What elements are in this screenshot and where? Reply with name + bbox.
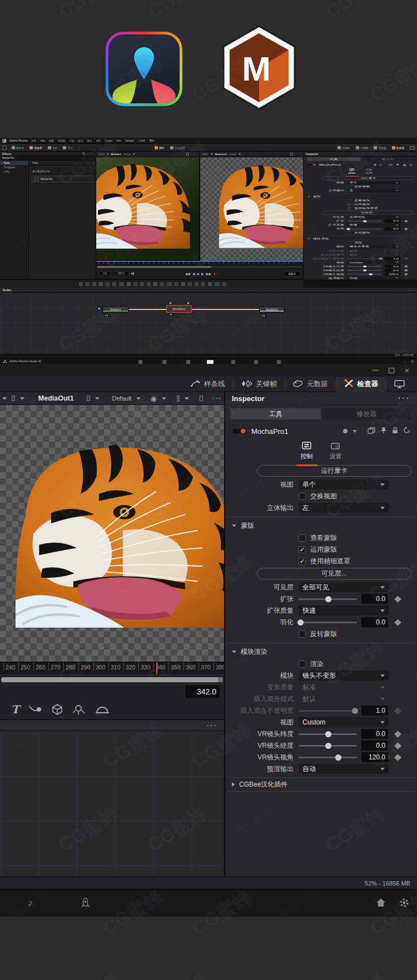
mini-tool-icon[interactable] [92,282,96,286]
mini-effects-search-input[interactable]: Mocha Pro [0,156,96,161]
step-back-button[interactable]: ◀ [192,272,195,276]
stop-button[interactable]: ■ [197,272,200,276]
dropdown-视图[interactable]: Custom [347,261,400,264]
mini-time-ruler[interactable] [96,261,303,266]
dropdown-预渲输出[interactable]: 自动 [347,276,400,279]
button-运行摩卡[interactable]: 运行摩卡 [322,176,414,180]
mini-right-menu[interactable]: ··· [295,153,301,156]
shape3d-tool-icon[interactable] [51,703,64,716]
slider-VR镜头经度[interactable] [299,745,357,747]
value-box[interactable]: 0.0 [385,268,401,272]
mini-toolbar-button[interactable]: 测试 [152,146,167,149]
tab-工具[interactable]: 工具 [231,408,321,419]
timeline-scrollbar[interactable] [1,677,223,682]
mini-tool-icon[interactable] [222,282,226,286]
section-蒙版[interactable]: 蒙版 [227,517,415,531]
checkbox-查看蒙版[interactable] [347,199,351,202]
node-enable-toggle[interactable] [307,164,316,166]
mini-tool-icon[interactable] [181,282,185,286]
mini-page-icon[interactable] [254,360,258,364]
keyframe-diamond-icon[interactable] [404,273,409,275]
slider-thumb[interactable] [379,257,383,259]
mini-page-icon[interactable] [277,360,281,364]
dome-tool-icon[interactable] [95,704,110,715]
mini-node-graph[interactable]: MediaIn1MochaPro1MediaOut1 [0,293,417,354]
mini-tool-icon[interactable] [195,282,198,286]
expand-viewer-icon[interactable] [200,396,203,401]
section-模块渲染[interactable]: 模块渲染 [227,643,415,657]
mini-effects-category[interactable]: 摩卡跟踪Mocha [29,169,96,174]
keyframe-diamond-icon[interactable] [404,269,409,271]
reset-icon[interactable] [409,163,414,166]
mini-range-start[interactable]: 0.0 [99,271,111,276]
mini-tool-icon[interactable] [167,282,172,286]
toolbar-button-2[interactable]: 元数据 [285,377,336,392]
keyframe-diamond-icon[interactable] [404,228,409,230]
keyframe-diamond-icon[interactable] [394,742,401,749]
nodes-menu[interactable]: ··· [207,721,217,729]
node-enable-toggle[interactable] [232,428,246,434]
mini-current-frame[interactable]: 342.0 [284,271,300,277]
subtab-控制[interactable]: 控制 [348,168,355,176]
mini-toolbar-button[interactable]: 关键帧 [353,146,371,149]
chevron-down-icon[interactable] [379,164,382,166]
toolbar-button-0[interactable]: 样条线 [183,377,233,392]
copy-icon[interactable] [368,426,375,436]
mini-menu-item[interactable]: Fusion [105,139,112,142]
dropdown-扩张质量[interactable]: 快速 [347,223,400,227]
mini-fusion-toolbar[interactable] [0,279,303,288]
keyframe-diamond-icon[interactable] [394,754,401,761]
mini-page-icon[interactable] [231,360,235,364]
mini-toolbar-button[interactable]: 节点 [60,146,76,149]
maximize-button[interactable] [389,368,394,373]
mini-toolbar-button[interactable]: 片段 [45,146,61,149]
chevron-down-icon[interactable] [353,430,357,433]
slider-扩张[interactable] [347,221,381,221]
mini-left-expand-icon[interactable] [186,153,189,156]
slider-thumb[interactable] [325,731,331,737]
slider-thumb[interactable] [325,596,331,602]
light-tool-icon[interactable] [73,703,86,716]
subtab-设置[interactable]: 设置 [365,168,373,176]
deliver-page-icon[interactable] [80,898,91,908]
dropdown-变形质量[interactable]: 标准 [299,682,389,692]
mini-right-expand-icon[interactable] [290,153,293,156]
mini-toolbar-button[interactable]: 媒体池 [9,146,27,149]
mini-left-menu[interactable]: ··· [191,153,197,156]
mini-tool-icon[interactable] [215,282,220,286]
mini-tool-icon[interactable] [79,282,83,286]
dropdown-插入混合模式[interactable]: 默认 [299,694,389,704]
mini-settings-icon[interactable] [410,359,414,363]
dropdown-可见层[interactable]: 全部可见 [299,582,389,592]
slider-VR镜头纬度[interactable] [299,733,357,735]
mini-right-lut[interactable]: Default [229,153,236,156]
mini-tool-icon[interactable] [112,282,116,286]
mini-toolbar-button[interactable]: 元数据 [371,146,389,149]
value-box[interactable]: 0.0 [361,741,388,751]
current-frame-box[interactable]: 342.0 [185,685,220,698]
mini-page-icon[interactable] [162,360,166,364]
slider-thumb[interactable] [352,708,358,714]
value-box[interactable]: 0.0 [361,617,388,627]
dropdown-视图[interactable]: 单个 [347,181,400,184]
mini-tool-icon[interactable] [127,282,131,286]
mini-tool-icon[interactable] [140,282,144,286]
mini-menu-item[interactable]: 帮助 [149,139,154,142]
keyframe-diamond-icon[interactable] [404,257,409,259]
mini-page-icon[interactable] [186,360,190,364]
mini-menu-item[interactable]: 时间线 [58,139,66,142]
dropdown-模块[interactable]: 镜头不变形 [347,245,400,248]
mini-tool-icon[interactable] [201,282,205,286]
viewer-lut-label[interactable]: Default [112,395,132,402]
dropdown-插入混合模式[interactable]: 默认 [347,253,400,256]
slider-VR镜头纬度[interactable] [347,266,381,267]
checkbox-交换视图[interactable] [347,186,351,188]
dropdown-变形质量[interactable]: 标准 [347,249,400,252]
mini-app-menu[interactable]: DaVinci Resolve [9,139,28,142]
timeline-ruler[interactable]: 2402502602702802903003103203303403503603… [0,662,224,674]
mini-left-viewer-name[interactable]: MediaIn1 [111,153,121,156]
play-button[interactable]: ▶ [201,272,204,276]
viewer-buffer-icon[interactable] [12,396,15,401]
loop-button[interactable]: ↻ [214,272,216,276]
value-box[interactable]: 0.0 [361,594,388,604]
